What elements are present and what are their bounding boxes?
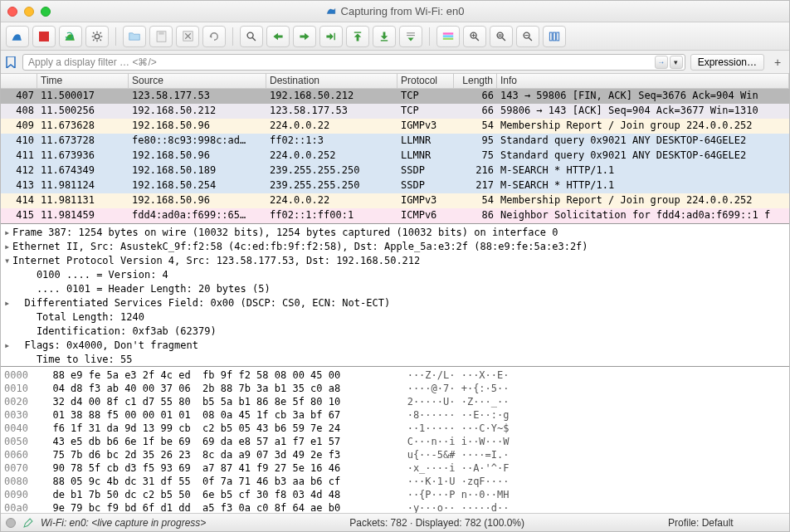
column-header-time[interactable]: Time (37, 74, 129, 88)
packet-row[interactable]: 40911.673628192.168.50.96224.0.0.22IGMPv… (1, 119, 789, 134)
add-filter-button[interactable]: + (769, 56, 786, 69)
tree-line[interactable]: .... 0101 = Header Length: 20 bytes (5) (2, 282, 788, 296)
find-packet-button[interactable] (240, 26, 263, 47)
hex-line[interactable]: 0060 75 7b d6 bc 2d 35 26 23 8c da a9 07… (4, 448, 786, 461)
reload-file-button[interactable] (202, 26, 226, 47)
go-to-packet-button[interactable] (319, 26, 343, 47)
cell-no: 411 (1, 149, 37, 164)
hex-offset: 0070 (4, 461, 41, 475)
save-file-button[interactable] (149, 26, 173, 47)
column-header-info[interactable]: Info (497, 74, 789, 88)
display-filter-input[interactable]: Apply a display filter … <⌘/> → ▾ (22, 54, 685, 71)
tree-line[interactable]: 0100 .... = Version: 4 (2, 268, 788, 282)
hex-bytes: 9e 79 bc f9 bd 6f d1 dd a5 f3 0a c0 8f 6… (41, 501, 389, 513)
filter-history-dropdown[interactable]: ▾ (670, 56, 683, 69)
go-forward-button[interactable] (293, 26, 316, 47)
expand-toggle-icon[interactable]: ▾ (4, 254, 12, 268)
close-file-button[interactable] (176, 26, 199, 47)
cell-len: 216 (454, 164, 497, 178)
tree-line[interactable]: Time to live: 55 (2, 353, 788, 367)
tree-spacer (4, 353, 12, 367)
hex-line[interactable]: 0050 43 e5 db b6 6e 1f be 69 69 da e8 57… (4, 435, 786, 448)
tree-line[interactable]: Total Length: 1240 (2, 310, 788, 325)
cell-time: 11.674349 (37, 164, 129, 178)
packet-row[interactable]: 41311.981124192.168.50.254239.255.255.25… (1, 178, 789, 193)
hex-bytes: 32 d4 00 8f c1 d7 55 80 b5 5a b1 86 8e 5… (41, 395, 389, 408)
expand-toggle-icon[interactable]: ▸ (4, 226, 12, 240)
svg-point-1 (95, 34, 100, 39)
cell-len: 66 (454, 89, 497, 104)
column-header-dst[interactable]: Destination (266, 74, 397, 88)
tree-line[interactable]: Identification: 0xf3ab (62379) (2, 325, 788, 339)
zoom-out-button[interactable] (516, 26, 539, 47)
packet-row[interactable]: 41511.981459fdd4:ad0a:f699::65…ff02::1:f… (1, 208, 789, 223)
zoom-reset-button[interactable] (490, 26, 513, 47)
auto-scroll-button[interactable] (399, 26, 422, 47)
column-header-src[interactable]: Source (129, 74, 266, 88)
start-capture-button[interactable] (6, 26, 29, 47)
filter-bookmark-icon[interactable] (4, 56, 17, 69)
cell-proto: IGMPv3 (397, 119, 454, 134)
packet-row[interactable]: 40811.500256192.168.50.212123.58.177.53T… (1, 104, 789, 119)
close-window-button[interactable] (7, 7, 17, 17)
minimize-window-button[interactable] (24, 7, 34, 17)
svg-rect-11 (158, 32, 163, 34)
tree-line[interactable]: ▸Frame 387: 1254 bytes on wire (10032 bi… (2, 226, 788, 240)
hex-line[interactable]: 0030 01 38 88 f5 00 00 01 01 08 0a 45 1f… (4, 408, 786, 422)
hex-line[interactable]: 0090 de b1 7b 50 dc c2 b5 50 6e b5 cf 30… (4, 488, 786, 501)
save-icon (156, 31, 167, 42)
packet-row[interactable]: 41411.981131192.168.50.96224.0.0.22IGMPv… (1, 193, 789, 208)
open-file-button[interactable] (123, 26, 146, 47)
packet-row[interactable]: 40711.500017123.58.177.53192.168.50.212T… (1, 89, 789, 104)
tree-line[interactable]: ▾Internet Protocol Version 4, Src: 123.5… (2, 254, 788, 268)
expand-toggle-icon[interactable]: ▸ (4, 339, 12, 353)
hex-line[interactable]: 0020 32 d4 00 8f c1 d7 55 80 b5 5a b1 86… (4, 395, 786, 408)
edit-pencil-icon[interactable] (22, 517, 34, 529)
expand-toggle-icon[interactable]: ▸ (4, 296, 12, 310)
go-back-button[interactable] (266, 26, 290, 47)
go-last-button[interactable] (373, 26, 396, 47)
tree-line[interactable]: ▸Ethernet II, Src: AsustekC_9f:f2:58 (4c… (2, 240, 788, 254)
packet-row[interactable]: 41211.674349192.168.50.189239.255.255.25… (1, 164, 789, 178)
cell-time: 11.500017 (37, 89, 129, 104)
hex-line[interactable]: 0010 04 d8 f3 ab 40 00 37 06 2b 88 7b 3a… (4, 382, 786, 395)
svg-rect-45 (557, 32, 559, 41)
cell-proto: IGMPv3 (397, 193, 454, 208)
column-header-no[interactable] (1, 74, 37, 88)
hex-line[interactable]: 0070 90 78 5f cb d3 f5 93 69 a7 87 41 f9… (4, 461, 786, 475)
cell-dst: 224.0.0.22 (266, 193, 397, 208)
filter-apply-button[interactable]: → (655, 56, 668, 69)
packet-row[interactable]: 41111.673936192.168.50.96224.0.0.252LLMN… (1, 149, 789, 164)
packet-details-pane[interactable]: ▸Frame 387: 1254 bytes on wire (10032 bi… (1, 224, 789, 367)
hex-line[interactable]: 00a0 9e 79 bc f9 bd 6f d1 dd a5 f3 0a c0… (4, 501, 786, 513)
status-profile[interactable]: Profile: Default (668, 517, 784, 529)
svg-marker-28 (408, 37, 414, 41)
cell-time: 11.981459 (37, 208, 129, 223)
packet-list-pane[interactable]: Time Source Destination Protocol Length … (1, 74, 789, 224)
colorize-button[interactable] (436, 26, 460, 47)
expand-toggle-icon[interactable]: ▸ (4, 240, 12, 254)
hex-ascii: ···Z·/L· ···X··E· (389, 368, 510, 382)
stop-capture-button[interactable] (32, 26, 56, 47)
hex-line[interactable]: 0080 88 05 9c 4b dc 31 df 55 0f 7a 71 46… (4, 475, 786, 488)
tree-line[interactable]: ▸ Differentiated Services Field: 0x00 (D… (2, 296, 788, 310)
capture-options-button[interactable] (85, 26, 109, 47)
zoom-in-button[interactable] (463, 26, 486, 47)
hex-line[interactable]: 0000 88 e9 fe 5a e3 2f 4c ed fb 9f f2 58… (4, 368, 786, 382)
column-header-len[interactable]: Length (454, 74, 497, 88)
packet-list-header[interactable]: Time Source Destination Protocol Length … (1, 74, 789, 89)
zoom-window-button[interactable] (41, 7, 51, 17)
column-header-proto[interactable]: Protocol (397, 74, 454, 88)
resize-columns-button[interactable] (543, 26, 566, 47)
hex-line[interactable]: 0040 f6 1f 31 da 9d 13 99 cb c2 b5 05 43… (4, 422, 786, 435)
filter-expression-button[interactable]: Expression… (690, 54, 764, 71)
hex-offset: 0060 (4, 448, 41, 461)
restart-capture-button[interactable] (59, 26, 82, 47)
go-first-button[interactable] (346, 26, 369, 47)
cell-src: 192.168.50.254 (129, 178, 266, 193)
packet-bytes-pane[interactable]: 0000 88 e9 fe 5a e3 2f 4c ed fb 9f f2 58… (1, 367, 789, 513)
cell-proto: LLMNR (397, 149, 454, 164)
tree-line[interactable]: ▸ Flags: 0x4000, Don't fragment (2, 339, 788, 353)
expert-info-indicator[interactable] (6, 518, 16, 528)
packet-row[interactable]: 41011.673728fe80::8c93:998c:ad…ff02::1:3… (1, 134, 789, 149)
